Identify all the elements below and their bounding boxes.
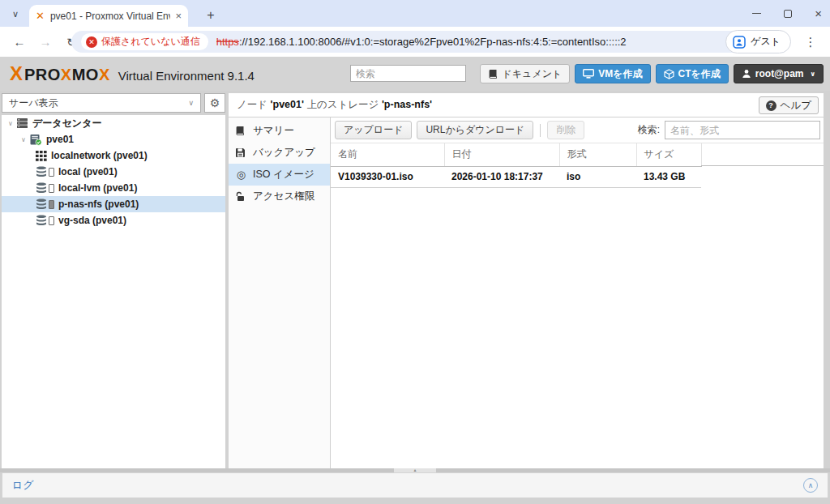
brand-name: PROXMOX [24, 66, 110, 84]
menu-item-label: バックアップ [253, 146, 315, 160]
unlock-icon [235, 191, 247, 202]
create-vm-label: VMを作成 [598, 67, 642, 81]
iso-content-panel: アップロード URLからダウンロード 削除 検索: 名前 日付 形式 サイズ V… [331, 117, 824, 468]
cell-size[interactable]: 13.43 GB [636, 166, 701, 187]
disc-icon: ◎ [235, 169, 247, 181]
storage-status-icon [49, 168, 54, 177]
tree-item-storage-local-lvm[interactable]: local-lvm (pve01) [2, 180, 225, 196]
address-bar[interactable]: ✕ 保護されていない通信 https://192.168.1.100:8006/… [71, 31, 746, 53]
column-header-name[interactable]: 名前 [331, 143, 444, 166]
download-from-url-button[interactable]: URLからダウンロード [417, 121, 533, 139]
book-icon [488, 69, 498, 79]
tree-item-datacenter[interactable]: ∨ データセンター [2, 115, 225, 131]
column-header-date[interactable]: 日付 [444, 143, 559, 166]
create-ct-button[interactable]: CTを作成 [656, 64, 729, 83]
help-label: ヘルプ [781, 99, 811, 113]
log-bar: ログ ∧ [2, 472, 828, 498]
profile-label: ゲスト [751, 35, 781, 49]
table-row[interactable]: V1039330-01.iso 2026-01-10 18:17:37 iso … [331, 166, 701, 187]
tree-item-localnetwork[interactable]: localnetwork (pve01) [2, 147, 225, 164]
view-selector-label: サーバ表示 [9, 96, 58, 110]
tree-item-storage-p-nas-nfs[interactable]: p-nas-nfs (pve01) [2, 196, 225, 212]
maximize-button[interactable] [784, 10, 792, 18]
question-icon: ? [766, 100, 777, 111]
browser-tab-strip: ∨ ✕ pve01 - Proxmox Virtual Environ × + … [0, 0, 830, 27]
collapse-up-icon[interactable]: ∧ [803, 478, 818, 493]
url-text: https://192.168.1.100:8006/#v1:0:=storag… [216, 36, 627, 48]
help-button[interactable]: ? ヘルプ [759, 96, 819, 114]
panel-title: ノード 'pve01' 上のストレージ 'p-nas-nfs' ? ヘルプ [229, 93, 824, 117]
minimize-button[interactable] [752, 13, 761, 14]
back-button[interactable]: ← [10, 32, 29, 52]
tab-close-icon[interactable]: × [175, 10, 182, 22]
guest-avatar-icon [733, 36, 746, 49]
proxmox-x-icon: X [10, 63, 23, 84]
log-link[interactable]: ログ [12, 478, 34, 493]
menu-item-backup[interactable]: バックアップ [229, 142, 330, 164]
tree-item-label: vg-sda (pve01) [58, 215, 126, 226]
tree-expand-icon[interactable]: ∨ [5, 120, 16, 127]
create-vm-button[interactable]: VMを作成 [575, 64, 650, 83]
monitor-icon [583, 69, 594, 79]
proxmox-header: X PROXMOX Virtual Environment 9.1.4 ドキュメ… [0, 57, 830, 91]
tab-title: pve01 - Proxmox Virtual Environ [50, 11, 171, 22]
user-icon [742, 69, 751, 79]
view-selector-dropdown[interactable]: サーバ表示 ∨ [2, 93, 201, 113]
window-controls: × [752, 0, 822, 27]
sidebar-gear-button[interactable]: ⚙ [204, 93, 225, 113]
column-header-format[interactable]: 形式 [559, 143, 636, 166]
security-badge-label: 保護されていない通信 [101, 35, 200, 49]
menu-item-permissions[interactable]: アクセス権限 [229, 186, 330, 207]
panel-title-text: ノード 'pve01' 上のストレージ 'p-nas-nfs' [237, 98, 432, 112]
toolbar-separator [540, 124, 541, 137]
user-label: root@pam [755, 68, 804, 79]
tree-item-label: local (pve01) [58, 166, 118, 177]
menu-item-label: ISO イメージ [253, 168, 314, 182]
documentation-button[interactable]: ドキュメント [480, 64, 571, 83]
menu-item-label: サマリー [253, 124, 294, 138]
chevron-down-icon: ∨ [188, 99, 194, 107]
profile-button[interactable]: ゲスト [725, 30, 791, 53]
tree-item-storage-vg-sda[interactable]: vg-sda (pve01) [2, 212, 225, 229]
browser-menu-icon[interactable]: ⋮ [802, 32, 819, 52]
filter-search-label: 検索: [638, 123, 660, 137]
column-header-size[interactable]: サイズ [636, 143, 701, 166]
menu-item-label: アクセス権限 [253, 190, 314, 203]
menu-item-iso-images[interactable]: ◎ ISO イメージ [229, 164, 330, 186]
create-ct-label: CTを作成 [678, 67, 721, 81]
storage-status-icon [49, 200, 54, 209]
browser-tab[interactable]: ✕ pve01 - Proxmox Virtual Environ × [29, 5, 188, 27]
upload-button[interactable]: アップロード [335, 121, 412, 139]
tree-item-label: データセンター [32, 117, 101, 130]
window-close-button[interactable]: × [815, 7, 822, 19]
cell-date[interactable]: 2026-01-10 18:17:37 [444, 166, 559, 187]
proxmox-favicon-icon: ✕ [36, 10, 45, 22]
documentation-label: ドキュメント [503, 67, 563, 81]
tree-item-storage-local[interactable]: local (pve01) [2, 164, 225, 180]
new-tab-button[interactable]: + [201, 6, 220, 25]
browser-toolbar: ← → ↻ ✕ 保護されていない通信 https://192.168.1.100… [0, 27, 830, 57]
global-search-input[interactable] [350, 65, 466, 82]
tab-search-chevron-icon[interactable]: ∨ [6, 5, 24, 23]
cell-name[interactable]: V1039330-01.iso [331, 166, 444, 187]
floppy-icon [235, 147, 247, 158]
tree-expand-icon[interactable]: ∨ [18, 136, 29, 143]
storage-icon [36, 182, 54, 194]
tree-item-node-pve01[interactable]: ∨ pve01 [2, 131, 225, 147]
filter-search-input[interactable] [665, 121, 820, 139]
chevron-down-icon: ∨ [811, 70, 816, 78]
storage-icon [36, 166, 54, 177]
version-label: Virtual Environment 9.1.4 [118, 69, 255, 83]
storage-status-icon [49, 184, 54, 193]
user-menu-button[interactable]: root@pam ∨ [734, 64, 824, 83]
storage-icon [36, 215, 54, 226]
security-badge[interactable]: ✕ 保護されていない通信 [81, 33, 208, 50]
book-icon [235, 126, 247, 136]
cell-format[interactable]: iso [559, 166, 636, 187]
iso-table: 名前 日付 形式 サイズ V1039330-01.iso 2026-01-10 … [331, 143, 702, 188]
menu-item-summary[interactable]: サマリー [229, 120, 330, 142]
storage-status-icon [49, 216, 54, 225]
datacenter-icon [16, 117, 28, 129]
content-toolbar: アップロード URLからダウンロード 削除 検索: [331, 117, 824, 143]
cube-icon [664, 69, 674, 79]
